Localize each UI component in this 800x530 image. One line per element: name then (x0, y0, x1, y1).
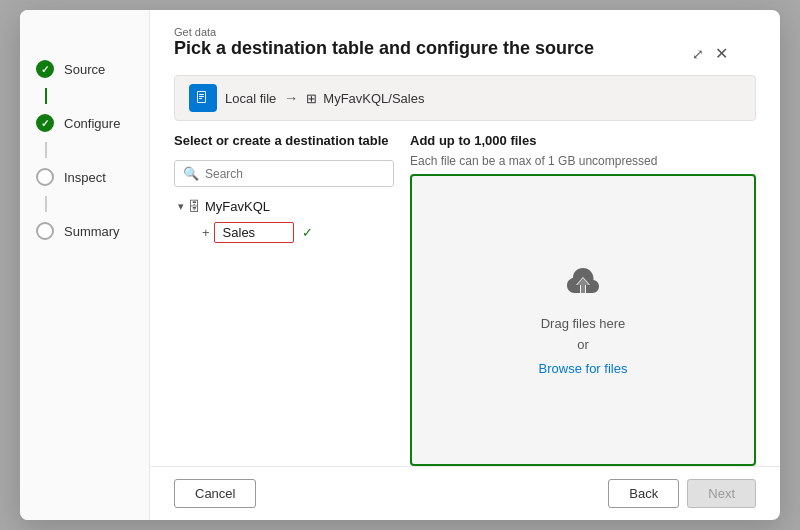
check-icon: ✓ (302, 225, 313, 240)
connector-2 (45, 142, 47, 158)
sidebar-item-inspect[interactable]: Inspect (20, 158, 149, 196)
tree-db-row[interactable]: ▾ 🗄 MyFavKQL (174, 195, 394, 218)
sidebar-item-configure[interactable]: Configure (20, 104, 149, 142)
close-button[interactable]: ✕ (715, 46, 728, 62)
left-panel: Select or create a destination table 🔍 ▾… (174, 133, 394, 466)
browse-link[interactable]: Browse for files (539, 361, 628, 376)
search-box[interactable]: 🔍 (174, 160, 394, 187)
svg-rect-4 (199, 98, 202, 99)
search-input[interactable] (205, 167, 385, 181)
db-icon: 🗄 (188, 199, 201, 214)
connector-3 (45, 196, 47, 212)
cancel-button[interactable]: Cancel (174, 479, 256, 508)
table-name-box[interactable]: Sales (214, 222, 294, 243)
svg-rect-2 (199, 94, 204, 95)
step-circle-summary (36, 222, 54, 240)
next-button[interactable]: Next (687, 479, 756, 508)
sidebar-item-source[interactable]: Source (20, 50, 149, 88)
right-panel-title: Add up to 1,000 files (410, 133, 756, 148)
expand-button[interactable]: ⤢ (692, 46, 704, 62)
sidebar: Source Configure Inspect Summary (20, 10, 150, 520)
get-data-label: Get data (174, 26, 756, 38)
step-circle-inspect (36, 168, 54, 186)
breadcrumb-arrow: → (284, 90, 298, 106)
sidebar-label-inspect: Inspect (64, 170, 106, 185)
local-file-icon (189, 84, 217, 112)
table-icon: ⊞ (306, 91, 317, 106)
search-icon: 🔍 (183, 166, 199, 181)
upload-icon (563, 264, 603, 308)
header-row: Get data Pick a destination table and co… (174, 26, 756, 59)
sidebar-label-configure: Configure (64, 116, 120, 131)
footer-right: Back Next (608, 479, 756, 508)
modal-header: Get data Pick a destination table and co… (150, 10, 780, 67)
sidebar-label-source: Source (64, 62, 105, 77)
drag-files-text: Drag files here (541, 316, 626, 331)
sidebar-item-summary[interactable]: Summary (20, 212, 149, 250)
right-panel: Add up to 1,000 files Each file can be a… (410, 133, 756, 466)
drop-zone[interactable]: Drag files here or Browse for files (410, 174, 756, 466)
tree-area: ▾ 🗄 MyFavKQL + Sales ✓ (174, 195, 394, 466)
left-panel-title: Select or create a destination table (174, 133, 394, 148)
add-icon: + (202, 225, 210, 240)
body-panels: Select or create a destination table 🔍 ▾… (150, 133, 780, 466)
step-circle-source (36, 60, 54, 78)
main-content: Get data Pick a destination table and co… (150, 10, 780, 520)
db-name: MyFavKQL (205, 199, 270, 214)
sidebar-label-summary: Summary (64, 224, 120, 239)
connector-1 (45, 88, 47, 104)
modal-title: Pick a destination table and configure t… (174, 38, 756, 59)
or-text: or (577, 337, 589, 352)
footer-left: Cancel (174, 479, 256, 508)
back-button[interactable]: Back (608, 479, 679, 508)
drop-text: Drag files here or (541, 314, 626, 356)
tree-table-row[interactable]: + Sales ✓ (174, 218, 394, 247)
breadcrumb-dest-label: MyFavKQL/Sales (323, 91, 424, 106)
modal-overlay: Source Configure Inspect Summary (0, 0, 800, 530)
breadcrumb-dest: ⊞ MyFavKQL/Sales (306, 91, 424, 106)
svg-rect-3 (199, 96, 204, 97)
chevron-icon: ▾ (178, 200, 184, 213)
breadcrumb-source: Local file (225, 91, 276, 106)
modal: Source Configure Inspect Summary (20, 10, 780, 520)
step-circle-configure (36, 114, 54, 132)
right-panel-subtitle: Each file can be a max of 1 GB uncompres… (410, 154, 756, 168)
modal-footer: Cancel Back Next (150, 466, 780, 520)
breadcrumb: Local file → ⊞ MyFavKQL/Sales (174, 75, 756, 121)
